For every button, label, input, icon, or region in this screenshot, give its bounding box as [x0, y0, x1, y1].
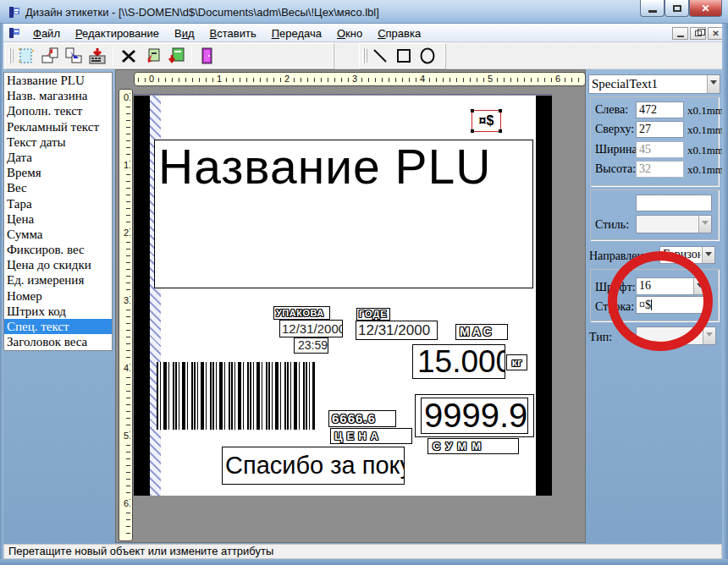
thanks-text-object[interactable]: Спасибо за покупк	[222, 447, 405, 485]
sidebar-item[interactable]: Штрих код	[4, 304, 112, 319]
toolbar-grip[interactable]	[362, 48, 365, 63]
packed-label-object[interactable]: УПАКОВА	[273, 306, 330, 320]
style-combobox[interactable]	[636, 215, 712, 233]
valid-until-date-object[interactable]: 12/31/2000	[356, 321, 438, 340]
packed-date-object[interactable]: 12/31/2000	[279, 320, 343, 337]
resize-handle[interactable]	[499, 109, 502, 112]
exit-button[interactable]	[196, 45, 219, 67]
menu-item[interactable]: Файл	[25, 25, 68, 41]
ellipse-tool-button[interactable]	[416, 45, 439, 67]
valid-until-label-object[interactable]: ГОДЕ	[356, 308, 390, 321]
price-value-object[interactable]: 6666.6	[328, 410, 396, 427]
ruler-tick	[126, 425, 130, 425]
ruler-tick	[126, 391, 130, 392]
ruler-tick	[212, 78, 213, 82]
menu-item[interactable]: Вставить	[202, 25, 264, 41]
toolbar-separator	[191, 47, 192, 65]
position-row-label: Слева:	[595, 103, 628, 117]
sidebar-item[interactable]: Заголовок веса	[4, 334, 112, 349]
ruler-number: 2	[123, 228, 130, 238]
mdi-document-icon	[8, 27, 21, 39]
position-value-input: 45	[636, 141, 684, 158]
copy-object-button[interactable]	[141, 45, 164, 67]
barcode-object[interactable]	[157, 362, 315, 430]
sidebar-item[interactable]: Время	[4, 165, 112, 180]
position-unit-label: x0.1mm	[687, 123, 724, 137]
sidebar-item[interactable]: Назв. магазина	[4, 88, 112, 103]
price-label-object[interactable]: ЦЕНА	[330, 428, 412, 444]
maximize-button[interactable]	[665, 0, 689, 17]
sidebar-item[interactable]: Номер	[4, 288, 112, 304]
packed-time-object[interactable]: 23:59	[294, 337, 328, 354]
paste-object-button[interactable]	[164, 45, 188, 67]
position-row-label: Ширина:	[595, 143, 641, 156]
ruler-tick	[126, 519, 130, 520]
position-value-input[interactable]: 472	[636, 101, 684, 118]
chevron-down-icon[interactable]	[707, 75, 720, 93]
ruler-number: 0	[123, 92, 130, 102]
weight-unit-object[interactable]: кг	[506, 354, 527, 370]
send-to-device-button[interactable]	[85, 45, 109, 67]
style-label: Стиль:	[595, 218, 629, 232]
line-tool-button[interactable]	[368, 45, 392, 67]
main-toolbar-panel	[5, 43, 334, 69]
plu-name-object[interactable]: Название PLU	[154, 140, 533, 288]
sidebar-item[interactable]: Рекламный текст	[4, 119, 112, 134]
ruler-tick	[382, 78, 383, 82]
rect-tool-button[interactable]	[392, 45, 416, 67]
delete-object-button[interactable]	[117, 45, 141, 67]
ruler-tick	[429, 78, 430, 82]
sidebar-item[interactable]: Текст даты	[4, 134, 112, 150]
save-to-file-button[interactable]	[62, 45, 85, 67]
ruler-tick	[470, 78, 471, 82]
ruler-number: 5	[487, 74, 494, 84]
sidebar-item[interactable]: Вес	[4, 180, 112, 195]
chevron-down-icon[interactable]	[702, 247, 714, 263]
sidebar-item-selected[interactable]: Спец. текст	[4, 319, 112, 334]
sidebar-item[interactable]: Фиксиров. вес	[4, 242, 112, 257]
menu-item[interactable]: Окно	[329, 25, 370, 41]
menu-item[interactable]: Передача	[264, 25, 329, 41]
load-from-file-button[interactable]	[38, 45, 62, 67]
total-label-object[interactable]: СУММ	[427, 438, 519, 454]
resize-handle[interactable]	[471, 129, 474, 133]
window-frame-right	[722, 24, 728, 559]
ruler-number: 4	[419, 74, 426, 84]
minimize-button[interactable]	[640, 0, 665, 17]
menu-item[interactable]: Вид	[167, 25, 202, 41]
ruler-tick	[126, 445, 130, 446]
title-bar[interactable]: Дизайн этикетки - [\\S-DOMEN\d$\Document…	[0, 0, 728, 24]
sidebar-item[interactable]: Сумма	[4, 227, 112, 242]
ruler-tick	[126, 127, 130, 128]
style-text-input[interactable]	[636, 195, 712, 211]
ruler-tick	[267, 78, 267, 82]
total-value-object[interactable]: 9999.99	[421, 398, 528, 434]
toolbar-grip[interactable]	[8, 48, 11, 63]
new-label-button[interactable]	[14, 45, 38, 67]
ruler-tick	[538, 78, 538, 82]
ruler-tick	[504, 78, 505, 82]
label-black-margin-left	[134, 96, 150, 496]
resize-handle[interactable]	[471, 109, 474, 112]
sidebar-item[interactable]: Ед. измерения	[4, 272, 112, 288]
total-object-frame[interactable]: 9999.99	[415, 394, 534, 437]
resize-handle[interactable]	[499, 129, 502, 133]
sidebar-item[interactable]: Название PLU	[4, 73, 112, 88]
close-button[interactable]: ✕	[689, 0, 722, 17]
mdi-restore-button[interactable]	[690, 27, 706, 40]
sidebar-item[interactable]: Тара	[4, 196, 112, 211]
position-value-input[interactable]: 27	[636, 121, 684, 138]
mdi-minimize-button[interactable]	[672, 27, 688, 40]
weight-value-object[interactable]: 15.000	[412, 344, 505, 379]
mass-label-object[interactable]: МАС	[455, 324, 508, 340]
sidebar-item[interactable]: Дополн. текст	[4, 103, 112, 118]
annotation-circle	[608, 251, 713, 351]
sidebar-item[interactable]: Дата	[4, 150, 112, 165]
menu-item[interactable]: Редактирование	[68, 25, 167, 41]
sidebar-item[interactable]: Цена до скидки	[4, 257, 112, 272]
sidebar-item[interactable]: Цена	[4, 211, 112, 227]
selected-special-text-object[interactable]: ¤$	[472, 110, 501, 132]
menu-item[interactable]: Справка	[370, 25, 428, 41]
object-selector-combobox[interactable]: SpecialText1	[588, 74, 720, 94]
ruler-tick	[483, 78, 484, 82]
